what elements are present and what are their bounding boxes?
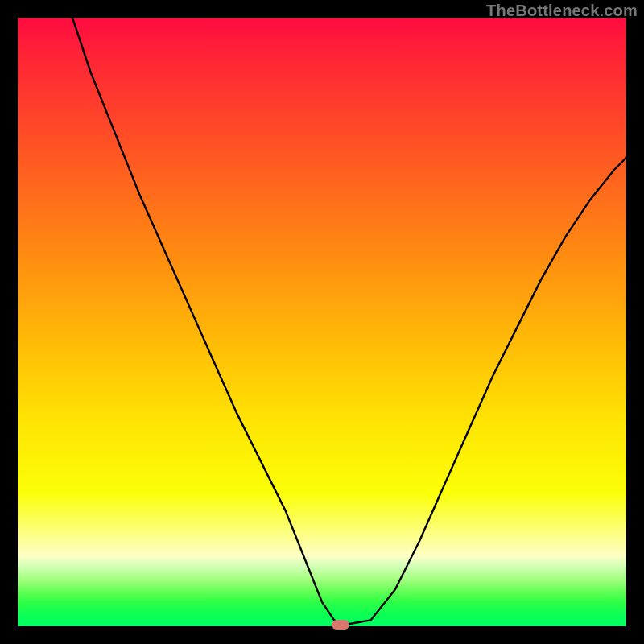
- plot-area: [18, 18, 626, 626]
- optimal-marker: [332, 620, 349, 630]
- bottleneck-curve: [18, 18, 626, 626]
- watermark-text: TheBottleneck.com: [486, 2, 638, 20]
- chart-frame: TheBottleneck.com: [0, 0, 644, 644]
